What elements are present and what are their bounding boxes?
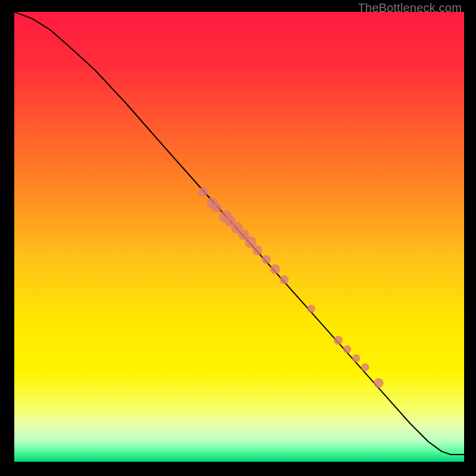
data-point (198, 187, 208, 197)
chart-overlay (14, 12, 464, 462)
data-point (374, 378, 384, 388)
data-point (343, 345, 352, 353)
watermark-text: TheBottleneck.com (358, 1, 462, 15)
data-point (280, 275, 289, 284)
scatter-dots (198, 187, 383, 388)
data-point (212, 203, 222, 213)
data-point (334, 336, 343, 345)
data-point (252, 245, 262, 255)
data-point (352, 354, 361, 362)
data-point (361, 363, 369, 371)
data-point (307, 305, 315, 313)
data-point (262, 255, 271, 264)
chart-root: TheBottleneck.com (0, 0, 476, 476)
data-point (270, 264, 280, 274)
plot-area (14, 12, 464, 464)
